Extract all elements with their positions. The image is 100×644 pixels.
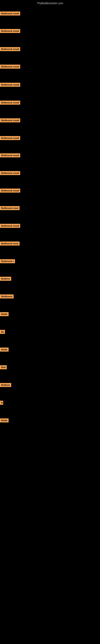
bottleneck-badge-5[interactable]: Bottleneck result bbox=[0, 83, 20, 87]
bottleneck-badge-6[interactable]: Bottleneck result bbox=[0, 100, 20, 105]
bottleneck-badge-2[interactable]: Bottleneck result bbox=[0, 29, 20, 33]
bottleneck-badge-19[interactable]: Bo bbox=[0, 330, 5, 334]
bottleneck-badge-1[interactable]: Bottleneck result bbox=[0, 12, 20, 16]
bottleneck-badge-14[interactable]: Bottleneck resul bbox=[0, 242, 20, 246]
bottleneck-badge-22[interactable]: Bottlene bbox=[0, 383, 11, 387]
bottleneck-badge-9[interactable]: Bottleneck result bbox=[0, 153, 20, 158]
bottleneck-badge-17[interactable]: Bottleneck bbox=[0, 294, 14, 298]
bottleneck-badge-15[interactable]: Bottleneck r bbox=[0, 259, 15, 263]
bottleneck-badge-8[interactable]: Bottleneck result bbox=[0, 136, 20, 140]
bottleneck-badge-24[interactable]: Bottle bbox=[0, 418, 9, 422]
bottleneck-badge-21[interactable]: Bott bbox=[0, 365, 7, 369]
bottleneck-badge-23[interactable]: B bbox=[0, 401, 3, 405]
bottleneck-badge-10[interactable]: Bottleneck result bbox=[0, 171, 20, 175]
bottleneck-badge-3[interactable]: Bottleneck result bbox=[0, 47, 20, 51]
bottleneck-badge-18[interactable]: Bottle bbox=[0, 312, 9, 316]
site-title: TheBottlenecker.com bbox=[0, 0, 100, 6]
bottleneck-badge-13[interactable]: Bottleneck result bbox=[0, 224, 20, 228]
bottleneck-badge-11[interactable]: Bottleneck result bbox=[0, 188, 20, 192]
bottleneck-badge-20[interactable]: Bottle bbox=[0, 348, 9, 352]
bottleneck-badge-7[interactable]: Bottleneck result bbox=[0, 118, 20, 122]
bottleneck-badge-16[interactable]: Bottlene bbox=[0, 277, 11, 281]
bottleneck-badge-12[interactable]: Bottleneck resul bbox=[0, 206, 20, 210]
bottleneck-badge-4[interactable]: Bottleneck result bbox=[0, 64, 20, 69]
